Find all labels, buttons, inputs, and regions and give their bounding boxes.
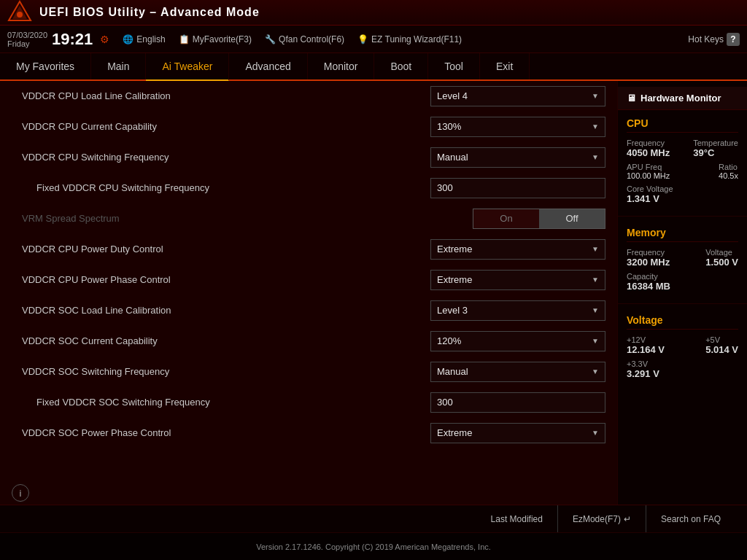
nav-bar: My FavoritesMainAi TweakerAdvancedMonito… xyxy=(0,53,747,81)
date-value: 07/03/2020 xyxy=(7,31,47,39)
nav-item-tool[interactable]: Tool xyxy=(428,53,480,79)
info-icon[interactable]: i xyxy=(12,484,29,502)
setting-row-vddcr-soc-llc: VDDCR SOC Load Line CalibrationLevel 3▼ xyxy=(0,295,617,326)
core-voltage-label: Core Voltage xyxy=(627,184,673,193)
nav-item-monitor[interactable]: Monitor xyxy=(308,53,375,79)
toggle-on-btn[interactable]: On xyxy=(473,209,539,228)
settings-panel: VDDCR CPU Load Line CalibrationLevel 4▼V… xyxy=(0,81,617,505)
v33-value: 3.291 V xyxy=(627,368,659,379)
date-block: 07/03/2020 Friday xyxy=(7,31,47,48)
hw-memory-title: Memory xyxy=(627,227,738,242)
setting-row-vrm-spread: VRM Spread SpectrumOnOff xyxy=(0,203,617,234)
language-selector[interactable]: 🌐 English xyxy=(123,34,165,44)
ez-mode-btn[interactable]: EzMode(F7) ↵ xyxy=(557,505,646,532)
qfan-btn[interactable]: 🔧 Qfan Control(F6) xyxy=(265,34,344,44)
dropdown-vddcr-cpu-ppc[interactable]: Extreme▼ xyxy=(430,270,605,290)
toggle-off-btn[interactable]: Off xyxy=(539,209,605,228)
setting-row-fixed-vddcr-soc-sf: Fixed VDDCR SOC Switching Frequency300 xyxy=(0,387,617,418)
ratio-label: Ratio xyxy=(719,163,738,171)
ez-tuning-label: EZ Tuning Wizard(F11) xyxy=(371,34,462,44)
setting-label-vddcr-soc-cc: VDDCR SOC Current Capability xyxy=(22,335,430,346)
chevron-down-icon: ▼ xyxy=(592,245,599,253)
v5-value: 5.014 V xyxy=(705,344,738,355)
text-field-fixed-vddcr-cpu-sf[interactable]: 300 xyxy=(430,178,605,198)
capacity-value: 16384 MB xyxy=(627,281,670,292)
last-modified-btn[interactable]: Last Modified xyxy=(476,505,557,532)
dropdown-vddcr-cpu-cc[interactable]: 130%▼ xyxy=(430,117,605,137)
cpu-temp-value: 39°C xyxy=(693,147,738,158)
hw-capacity-row: Capacity 16384 MB xyxy=(627,272,738,292)
ez-tuning-btn[interactable]: 💡 EZ Tuning Wizard(F11) xyxy=(357,34,462,44)
hw-voltage-section: Voltage +12V 12.164 V +5V 5.014 V +3.3V … xyxy=(618,307,747,388)
text-field-fixed-vddcr-soc-sf[interactable]: 300 xyxy=(430,392,605,413)
hw-cpu-freq-row: Frequency 4050 MHz Temperature 39°C xyxy=(627,139,738,158)
monitor-icon: 🖥 xyxy=(627,93,636,104)
dropdown-vddcr-soc-cc[interactable]: 120%▼ xyxy=(430,331,605,351)
nav-item-my-favorites[interactable]: My Favorites xyxy=(0,53,91,79)
header: UEFI BIOS Utility – Advanced Mode xyxy=(0,0,747,26)
chevron-down-icon: ▼ xyxy=(592,153,599,161)
chevron-down-icon: ▼ xyxy=(592,122,599,131)
rog-logo xyxy=(7,0,32,25)
my-favorite-label: MyFavorite(F3) xyxy=(193,34,252,44)
main-layout: VDDCR CPU Load Line CalibrationLevel 4▼V… xyxy=(0,81,747,505)
v5-label: +5V xyxy=(705,335,738,344)
chevron-down-icon: ▼ xyxy=(592,337,599,345)
hw-apu-row: APU Freq 100.00 MHz Ratio 40.5x xyxy=(627,163,738,180)
chevron-down-icon: ▼ xyxy=(592,92,599,100)
apu-freq-value: 100.00 MHz xyxy=(627,171,670,180)
chevron-down-icon: ▼ xyxy=(592,429,599,437)
dropdown-vddcr-cpu-llc[interactable]: Level 4▼ xyxy=(430,86,605,106)
language-label: English xyxy=(136,34,165,44)
gear-icon[interactable]: ⚙ xyxy=(100,34,109,45)
hw-cpu-section: CPU Frequency 4050 MHz Temperature 39°C … xyxy=(618,110,747,213)
toggle-vrm-spread[interactable]: OnOff xyxy=(473,209,605,229)
core-voltage-value: 1.341 V xyxy=(627,193,673,204)
search-faq-btn[interactable]: Search on FAQ xyxy=(646,505,735,532)
dropdown-vddcr-soc-ppc[interactable]: Extreme▼ xyxy=(430,423,605,443)
setting-label-fixed-vddcr-soc-sf: Fixed VDDCR SOC Switching Frequency xyxy=(36,397,430,408)
footer-text: Version 2.17.1246. Copyright (C) 2019 Am… xyxy=(256,542,491,551)
dropdown-vddcr-cpu-sf[interactable]: Manual▼ xyxy=(430,147,605,168)
qfan-label: Qfan Control(F6) xyxy=(279,34,344,44)
header-title: UEFI BIOS Utility – Advanced Mode xyxy=(39,6,260,19)
setting-row-vddcr-cpu-ppc: VDDCR CPU Power Phase ControlExtreme▼ xyxy=(0,265,617,295)
cpu-freq-value: 4050 MHz xyxy=(627,147,670,158)
hotkeys-label: Hot Keys xyxy=(688,34,724,44)
dropdown-vddcr-soc-llc[interactable]: Level 3▼ xyxy=(430,300,605,321)
nav-item-ai-tweaker[interactable]: Ai Tweaker xyxy=(146,53,229,81)
setting-row-vddcr-cpu-llc: VDDCR CPU Load Line CalibrationLevel 4▼ xyxy=(0,81,617,112)
qfan-icon: 🔧 xyxy=(265,34,276,44)
setting-row-vddcr-soc-sf: VDDCR SOC Switching FrequencyManual▼ xyxy=(0,357,617,387)
setting-label-vrm-spread: VRM Spread Spectrum xyxy=(22,213,473,224)
hotkeys-block[interactable]: Hot Keys ? xyxy=(688,33,740,46)
svg-point-2 xyxy=(17,12,23,18)
setting-row-vddcr-cpu-pdc: VDDCR CPU Power Duty ControlExtreme▼ xyxy=(0,234,617,265)
hw-voltage-title: Voltage xyxy=(627,314,738,330)
nav-item-main[interactable]: Main xyxy=(91,53,146,79)
chevron-down-icon: ▼ xyxy=(592,276,599,284)
v33-label: +3.3V xyxy=(627,359,659,368)
setting-label-fixed-vddcr-cpu-sf: Fixed VDDCR CPU Switching Frequency xyxy=(36,182,430,193)
toolbar: 07/03/2020 Friday 19:21 ⚙ 🌐 English 📋 My… xyxy=(0,26,747,53)
dropdown-vddcr-soc-sf[interactable]: Manual▼ xyxy=(430,362,605,382)
apu-freq-label: APU Freq xyxy=(627,163,670,171)
rog-logo-icon xyxy=(7,0,32,25)
cpu-freq-label: Frequency xyxy=(627,139,670,147)
hardware-monitor-sidebar: 🖥 Hardware Monitor CPU Frequency 4050 MH… xyxy=(617,81,747,505)
setting-label-vddcr-cpu-pdc: VDDCR CPU Power Duty Control xyxy=(22,244,430,254)
setting-label-vddcr-soc-ppc: VDDCR SOC Power Phase Control xyxy=(22,427,430,438)
setting-label-vddcr-cpu-cc: VDDCR CPU Current Capability xyxy=(22,121,430,132)
setting-label-vddcr-cpu-llc: VDDCR CPU Load Line Calibration xyxy=(22,90,430,101)
nav-item-advanced[interactable]: Advanced xyxy=(229,53,307,79)
nav-item-boot[interactable]: Boot xyxy=(374,53,428,79)
setting-row-fixed-vddcr-cpu-sf: Fixed VDDCR CPU Switching Frequency300 xyxy=(0,173,617,203)
my-favorite-btn[interactable]: 📋 MyFavorite(F3) xyxy=(179,34,252,44)
hw-core-voltage-row: Core Voltage 1.341 V xyxy=(627,184,738,204)
mem-voltage-value: 1.500 V xyxy=(705,257,738,268)
setting-row-vddcr-soc-cc: VDDCR SOC Current Capability120%▼ xyxy=(0,326,617,357)
hw-cpu-title: CPU xyxy=(627,117,738,133)
dropdown-vddcr-cpu-pdc[interactable]: Extreme▼ xyxy=(430,239,605,260)
v12-label: +12V xyxy=(627,335,665,344)
nav-item-exit[interactable]: Exit xyxy=(480,53,530,79)
